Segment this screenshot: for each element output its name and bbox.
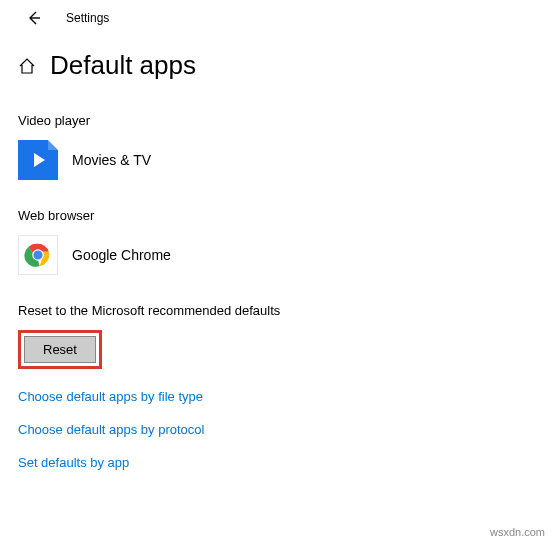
reset-button[interactable]: Reset <box>24 336 96 363</box>
page-header: Default apps <box>0 32 553 87</box>
content-area: Video player Movies & TV Web browser Goo… <box>0 87 553 470</box>
movies-tv-icon <box>18 140 58 180</box>
video-player-selection[interactable]: Movies & TV <box>18 140 535 180</box>
window-title: Settings <box>66 11 109 25</box>
reset-description: Reset to the Microsoft recommended defau… <box>18 303 535 318</box>
link-default-by-protocol[interactable]: Choose default apps by protocol <box>18 422 535 437</box>
link-set-defaults-by-app[interactable]: Set defaults by app <box>18 455 535 470</box>
watermark-text: wsxdn.com <box>490 526 545 538</box>
web-browser-label: Web browser <box>18 208 535 223</box>
video-player-app-name: Movies & TV <box>72 152 151 168</box>
link-default-by-file-type[interactable]: Choose default apps by file type <box>18 389 535 404</box>
web-browser-selection[interactable]: Google Chrome <box>18 235 535 275</box>
title-bar: Settings <box>0 0 553 32</box>
home-icon[interactable] <box>18 57 36 75</box>
chrome-icon <box>18 235 58 275</box>
page-title: Default apps <box>50 50 196 81</box>
reset-highlight-box: Reset <box>18 330 102 369</box>
back-arrow-icon[interactable] <box>26 10 42 26</box>
web-browser-app-name: Google Chrome <box>72 247 171 263</box>
video-player-label: Video player <box>18 113 535 128</box>
